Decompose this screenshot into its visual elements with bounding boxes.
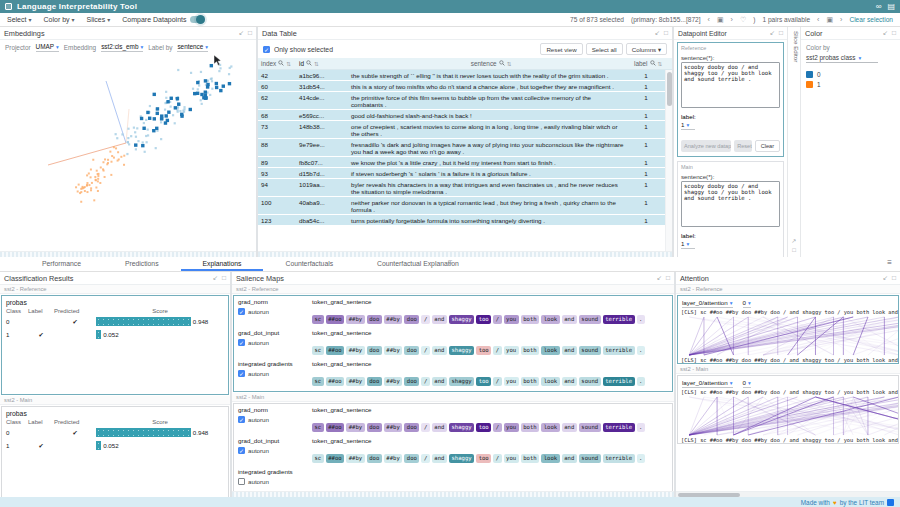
slice-editor-collapsed[interactable]: Slice Editor ↗ □ — [787, 27, 800, 257]
salience-token-chip[interactable]: . — [637, 315, 645, 324]
salience-token-chip[interactable]: ##by — [384, 346, 402, 355]
salience-token-chip[interactable]: ##by — [384, 454, 402, 463]
salience-token-chip[interactable]: and — [432, 315, 447, 324]
salience-token-chip[interactable]: / — [421, 423, 429, 432]
salience-token-chip[interactable]: too — [476, 454, 491, 463]
table-vscrollbar[interactable] — [665, 70, 672, 251]
maximize-icon[interactable]: □ — [892, 275, 896, 282]
salience-token-chip[interactable]: sound — [579, 423, 601, 432]
compare-datapoints-toggle[interactable] — [190, 16, 205, 23]
salience-token-chip[interactable]: look — [541, 346, 559, 355]
drag-handle-icon[interactable]: ≡ — [448, 258, 453, 267]
salience-token-chip[interactable]: doo — [404, 454, 419, 463]
maximize-icon[interactable]: □ — [666, 275, 670, 282]
salience-token-chip[interactable]: / — [493, 423, 501, 432]
salience-token-chip[interactable]: doo — [367, 423, 382, 432]
salience-token-chip[interactable]: ##by — [346, 454, 364, 463]
search-icon[interactable] — [499, 60, 505, 67]
column-header-label[interactable]: label⇅ — [634, 60, 672, 67]
layer-select[interactable]: layer_0/attention▾ — [682, 379, 733, 388]
menu-color-by[interactable]: Color by▾ — [43, 16, 74, 23]
salience-token-chip[interactable]: terrible — [603, 423, 635, 432]
sort-icon[interactable]: ⇅ — [286, 61, 291, 67]
salience-token-chip[interactable]: ##by — [346, 423, 364, 432]
only-show-selected-checkbox[interactable]: ✓ — [263, 46, 270, 53]
salience-token-chip[interactable]: . — [637, 423, 645, 432]
salience-token-chip[interactable]: . — [637, 377, 645, 386]
salience-token-chip[interactable]: doo — [404, 315, 419, 324]
search-icon[interactable] — [306, 60, 312, 67]
minimize-icon[interactable]: ↙ — [770, 30, 775, 37]
head-select[interactable]: 0▾ — [743, 379, 751, 388]
minimize-icon[interactable]: ↙ — [657, 275, 662, 282]
salience-token-chip[interactable]: you — [504, 423, 519, 432]
salience-token-chip[interactable]: and — [432, 346, 447, 355]
salience-token-chip[interactable]: shaggy — [449, 377, 474, 386]
salience-token-chip[interactable]: sc — [312, 346, 324, 355]
table-row[interactable]: 62414cde...the primitive force of this f… — [258, 92, 665, 110]
salience-token-chip[interactable]: terrible — [603, 346, 635, 355]
salience-token-chip[interactable]: ##by — [384, 377, 402, 386]
salience-token-chip[interactable]: and — [562, 346, 577, 355]
salience-token-chip[interactable]: ##by — [346, 346, 364, 355]
maximize-icon[interactable]: □ — [788, 246, 800, 254]
salience-token-chip[interactable]: too — [476, 346, 491, 355]
salience-token-chip[interactable]: sc — [312, 454, 324, 463]
tab-performance[interactable]: Performance — [20, 257, 103, 271]
salience-token-chip[interactable]: terrible — [603, 454, 635, 463]
salience-token-chip[interactable]: ##oo — [326, 315, 344, 324]
salience-token-chip[interactable]: sound — [579, 315, 601, 324]
salience-token-chip[interactable]: you — [504, 346, 519, 355]
projector-select[interactable]: UMAP▾ — [36, 43, 59, 52]
salience-token-chip[interactable]: / — [493, 346, 501, 355]
salience-token-chip[interactable]: / — [421, 377, 429, 386]
salience-token-chip[interactable]: / — [493, 315, 501, 324]
table-row[interactable]: 6031db54...this is a story of two misfit… — [258, 81, 665, 92]
maximize-icon[interactable]: □ — [664, 30, 668, 37]
salience-token-chip[interactable]: sc — [312, 377, 324, 386]
salience-token-chip[interactable]: too — [476, 377, 491, 386]
salience-token-chip[interactable]: both — [521, 377, 539, 386]
table-row[interactable]: 42a1bc96...the subtle strength of `` ell… — [258, 70, 665, 81]
salience-token-chip[interactable]: too — [476, 315, 491, 324]
columns-button[interactable]: Columns ▾ — [626, 43, 667, 55]
lit-flag-icon[interactable] — [887, 499, 894, 506]
column-header-index[interactable]: index⇅ — [258, 60, 296, 67]
salience-token-chip[interactable]: look — [541, 377, 559, 386]
layer-select[interactable]: layer_0/attention▾ — [682, 299, 733, 308]
labelby-select[interactable]: sentence▾ — [177, 43, 208, 52]
autorun-checkbox[interactable]: ✓ — [238, 339, 245, 346]
salience-token-chip[interactable]: you — [504, 454, 519, 463]
salience-token-chip[interactable]: / — [421, 315, 429, 324]
autorun-checkbox[interactable]: ✓ — [238, 416, 245, 423]
sort-icon[interactable]: ⇅ — [507, 61, 512, 67]
salience-token-chip[interactable]: doo — [367, 346, 382, 355]
maximize-icon[interactable]: □ — [222, 275, 226, 282]
minimize-icon[interactable]: ↙ — [213, 275, 218, 282]
docs-icon[interactable]: ▤ — [887, 3, 895, 11]
embedding-select[interactable]: sst2:cls_emb▾ — [101, 43, 143, 52]
salience-token-chip[interactable]: sc — [312, 423, 324, 432]
minimize-icon[interactable]: ↙ — [883, 275, 888, 282]
salience-token-chip[interactable]: ##by — [384, 423, 402, 432]
salience-token-chip[interactable]: and — [432, 423, 447, 432]
expand-icon[interactable]: ↗ — [788, 237, 800, 245]
salience-token-chip[interactable]: shaggy — [449, 454, 474, 463]
salience-token-chip[interactable]: and — [562, 377, 577, 386]
scatter-plot[interactable] — [0, 53, 254, 239]
salience-token-chip[interactable]: both — [521, 423, 539, 432]
salience-token-chip[interactable]: ##oo — [326, 377, 344, 386]
salience-token-chip[interactable]: ##oo — [326, 346, 344, 355]
menu-slices[interactable]: Slices▾ — [87, 16, 111, 23]
salience-token-chip[interactable]: . — [637, 346, 645, 355]
salience-token-chip[interactable]: look — [541, 423, 559, 432]
salience-token-chip[interactable]: look — [541, 454, 559, 463]
search-icon[interactable] — [650, 60, 656, 67]
salience-token-chip[interactable]: ##by — [346, 315, 364, 324]
minimize-icon[interactable]: ↙ — [239, 30, 244, 37]
salience-token-chip[interactable]: sc — [312, 315, 324, 324]
reset-button[interactable]: Reset — [734, 140, 751, 152]
salience-token-chip[interactable]: sound — [579, 454, 601, 463]
next-datapoint-icon[interactable]: › — [731, 16, 733, 23]
table-row[interactable]: 73148b38...one of creepiest , scariest m… — [258, 121, 665, 139]
